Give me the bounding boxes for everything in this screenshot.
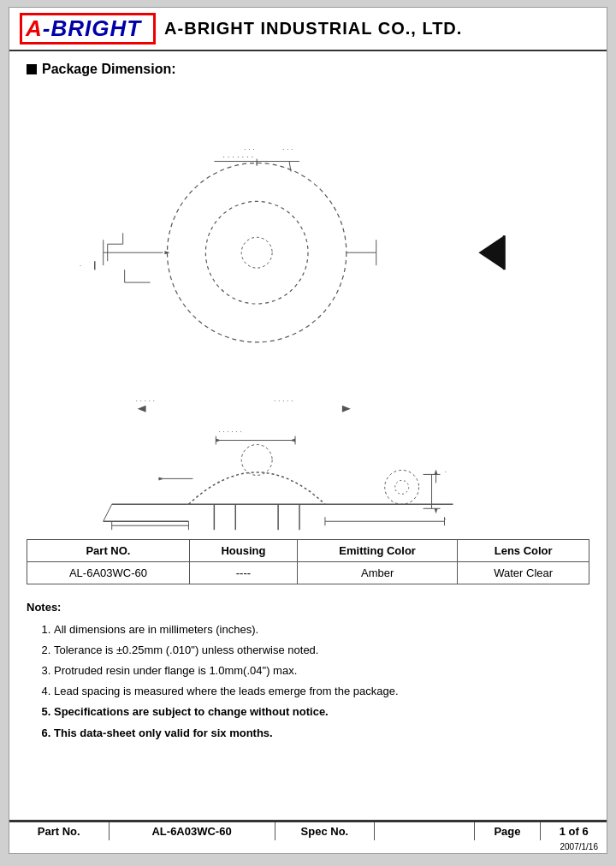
notes-list: All dimensions are in millimeters (inche… — [27, 620, 589, 743]
notes-title: Notes: — [27, 598, 589, 617]
note-4: Lead spacing is measured where the leads… — [54, 682, 589, 701]
svg-line-5 — [289, 162, 291, 172]
header: A-BRIGHT A-BRIGHT INDUSTRIAL CO., LTD. — [9, 8, 607, 51]
diagram-area: · · · · · · · · · · · · · — [27, 86, 589, 531]
svg-line-44 — [104, 504, 112, 521]
svg-marker-28 — [342, 406, 351, 412]
table-row: AL-6A03WC-60 ---- Amber Water Clear — [27, 562, 589, 584]
footer-row: Part No. AL-6A03WC-60 Spec No. Page 1 of… — [9, 822, 607, 840]
note-1: All dimensions are in millimeters (inche… — [54, 620, 589, 639]
footer-part-no-value: AL-6A03WC-60 — [110, 822, 275, 840]
svg-text:· · ·: · · · — [244, 145, 254, 153]
col-lens-color: Lens Color — [458, 540, 589, 562]
logo-a: A — [26, 15, 43, 41]
company-name: A-BRIGHT INDUSTRIAL CO., LTD. — [164, 19, 462, 39]
svg-point-2 — [241, 237, 272, 268]
page-wrapper: A-BRIGHT A-BRIGHT INDUSTRIAL CO., LTD. P… — [9, 7, 607, 854]
note-6: This data-sheet only valid for six month… — [54, 724, 589, 743]
note-5: Specifications are subject to change wit… — [54, 703, 589, 721]
package-dimension-diagram: · · · · · · · · · · · · · — [27, 86, 589, 531]
svg-text:· · ·: · · · — [282, 145, 293, 153]
logo-text: A-BRIGHT — [26, 15, 141, 42]
logo-bright: -BRIGHT — [43, 15, 141, 41]
svg-text:·: · — [445, 467, 447, 476]
svg-text:·: · — [80, 261, 81, 270]
svg-point-49 — [385, 470, 419, 504]
svg-point-0 — [168, 163, 346, 342]
svg-text:· · · · · ·: · · · · · · — [218, 427, 241, 436]
footer: Part No. AL-6A03WC-60 Spec No. Page 1 of… — [9, 820, 607, 853]
cell-lens-color: Water Clear — [458, 562, 589, 584]
section-title-square — [27, 64, 37, 74]
svg-marker-58 — [435, 469, 438, 474]
footer-date: 2007/1/16 — [9, 840, 607, 853]
footer-page-value: 1 of 6 — [541, 822, 607, 840]
note-2: Tolerance is ±0.25mm (.010") unless othe… — [54, 641, 589, 660]
cell-part-no: AL-6A03WC-60 — [27, 562, 190, 584]
svg-text:· · · · ·: · · · · · — [274, 396, 293, 405]
footer-spec-no-value — [375, 822, 475, 840]
section-title: Package Dimension: — [27, 62, 589, 77]
cell-housing: ---- — [189, 562, 297, 584]
svg-point-50 — [395, 480, 409, 494]
footer-part-no-label: Part No. — [9, 822, 110, 840]
svg-text:· · · · ·: · · · · · — [136, 396, 155, 405]
cell-emitting-color: Amber — [297, 562, 457, 584]
footer-spec-no-label: Spec No. — [275, 822, 376, 840]
svg-point-1 — [205, 201, 308, 304]
logo: A-BRIGHT — [20, 13, 156, 44]
table-header-row: Part NO. Housing Emitting Color Lens Col… — [27, 540, 589, 562]
spec-table: Part NO. Housing Emitting Color Lens Col… — [27, 539, 589, 584]
svg-point-30 — [241, 445, 272, 476]
svg-marker-27 — [138, 406, 146, 412]
svg-marker-37 — [159, 477, 164, 480]
col-part-no: Part NO. — [27, 540, 190, 562]
svg-marker-34 — [216, 439, 221, 442]
note-3: Protruded resin under flange is 1.0mm(.0… — [54, 661, 589, 680]
notes-section: Notes: All dimensions are in millimeters… — [27, 598, 589, 744]
footer-page-label: Page — [475, 822, 542, 840]
svg-marker-59 — [435, 508, 438, 513]
content: Package Dimension: · · · · · · · — [9, 51, 607, 820]
svg-marker-7 — [478, 235, 504, 270]
col-emitting-color: Emitting Color — [297, 540, 457, 562]
section-title-text: Package Dimension: — [42, 62, 176, 77]
svg-text:·: · — [445, 514, 447, 523]
svg-marker-35 — [290, 439, 295, 442]
col-housing: Housing — [189, 540, 297, 562]
